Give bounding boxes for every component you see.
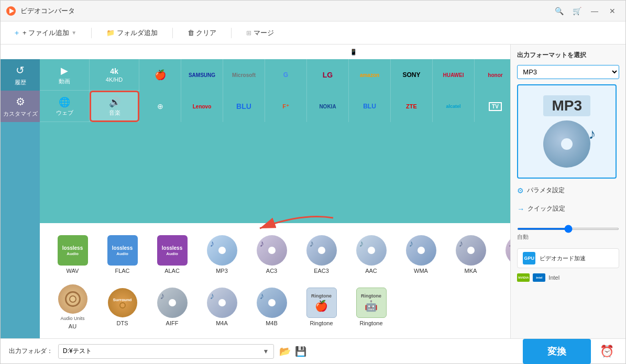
- brand-tv[interactable]: TV: [475, 91, 510, 122]
- google-logo: G: [283, 71, 288, 79]
- params-icon: ⚙: [517, 186, 524, 195]
- path-dropdown-arrow[interactable]: ▼: [263, 348, 269, 355]
- brand-blu[interactable]: BLU: [223, 91, 265, 122]
- brand-alcatel[interactable]: alcatel: [433, 91, 475, 122]
- brand-sony[interactable]: SONY: [391, 59, 433, 91]
- close-button[interactable]: ✕: [605, 5, 620, 17]
- cat-video[interactable]: ▶ 動画: [40, 59, 90, 91]
- divider-3: [231, 28, 232, 38]
- nav-customize[interactable]: ⚙ カスタマイズ: [1, 91, 40, 122]
- blu-logo: BLU: [236, 102, 251, 111]
- add-folder-button[interactable]: 📁 フォルダ追加: [102, 26, 162, 40]
- left-panel: ⊞ 形式を選択する 📱 デバイスを選択する ↺ 履歴 ⚙: [1, 45, 510, 338]
- brand-apple[interactable]: 🍎: [139, 59, 181, 91]
- brand-fplus[interactable]: F⁺: [265, 91, 307, 122]
- params-btn[interactable]: ⚙ パラメタ設定: [517, 184, 619, 197]
- folder-open-icon[interactable]: 📂: [279, 346, 291, 357]
- brand-huawei[interactable]: HUAWEI: [433, 59, 475, 91]
- add-file-label: + ファイル追加: [23, 28, 69, 38]
- moto-logo: ⊕: [157, 102, 163, 111]
- format-ogg[interactable]: ♪ OGG: [496, 228, 510, 281]
- format-dts[interactable]: Surround DTS: [97, 281, 147, 333]
- format-m4b[interactable]: ♪ M4B: [247, 281, 296, 333]
- brand-moto[interactable]: ⊕: [139, 91, 181, 122]
- mp3-label: MP3: [216, 268, 228, 274]
- merge-button[interactable]: ⊞ マージ: [242, 26, 278, 40]
- brand-row: 🍎 SAMSUNG Microsoft G LG amazon SONY HUA…: [139, 59, 510, 91]
- format-mka[interactable]: ♪ MKA: [446, 228, 496, 281]
- minimize-button[interactable]: —: [587, 5, 602, 17]
- brand-samsung[interactable]: SAMSUNG: [181, 59, 223, 91]
- cat-4k[interactable]: 4k 4K/HD: [90, 59, 139, 91]
- format-mp3[interactable]: ♪ MP3: [197, 228, 247, 281]
- brand-zte[interactable]: ZTE: [391, 91, 433, 122]
- gpu-acceleration-btn[interactable]: GPU ビデオカード加速: [517, 248, 619, 268]
- convert-button[interactable]: 変換: [523, 339, 591, 364]
- clear-button[interactable]: 🗑 クリア: [183, 26, 221, 40]
- brand-lenovo[interactable]: Lenovo: [181, 91, 223, 122]
- add-folder-label: 📁 フォルダ追加: [106, 28, 158, 38]
- format-au[interactable]: Audio Units AU: [48, 281, 97, 333]
- alarm-button[interactable]: ⏰: [596, 341, 617, 362]
- gpu-icon: GPU: [523, 252, 535, 264]
- nav-history[interactable]: ↺ 履歴: [1, 59, 40, 91]
- folder-save-icon[interactable]: 💾: [295, 346, 306, 357]
- format-tab-select[interactable]: ⊞ 形式を選択する: [1, 45, 256, 59]
- format-alac[interactable]: lossless Audio ALAC: [147, 228, 197, 281]
- quality-slider[interactable]: [517, 228, 619, 230]
- format-aiff[interactable]: ♪ AIFF: [147, 281, 197, 333]
- format-panel: ▶ 動画 4k 4K/HD 🍎 SAMSUNG Micr: [40, 59, 510, 338]
- brand-amazon[interactable]: amazon: [349, 59, 391, 91]
- bottom-bar: 出力フォルダ： ▼ 📂 💾 変換 ⏰: [1, 338, 625, 363]
- alcatel-logo: alcatel: [446, 104, 460, 109]
- dropdown-arrow[interactable]: ▼: [71, 30, 76, 36]
- intel-icon: intel: [533, 273, 545, 282]
- quick-btn[interactable]: → クイック設定: [517, 202, 619, 215]
- alac-label: ALAC: [164, 268, 180, 274]
- history-label: 履歴: [15, 79, 26, 86]
- mp3-badge: MP3: [543, 95, 590, 116]
- plus-icon: ＋: [13, 28, 20, 38]
- m4b-label: M4B: [266, 320, 278, 326]
- brand-honor[interactable]: honor: [475, 59, 510, 91]
- format-wav[interactable]: lossless Audio WAV: [48, 228, 97, 281]
- format-aac[interactable]: ♪ AAC: [346, 228, 396, 281]
- cat-web[interactable]: 🌐 ウェブ: [40, 91, 90, 122]
- brand-row-2: ⊕ Lenovo BLU F⁺ NOKIA BLU ZTE alcatel TV: [139, 91, 510, 122]
- wav-icon: lossless Audio: [58, 235, 88, 266]
- aiff-label: AIFF: [166, 320, 179, 326]
- format-ringtone-android[interactable]: Ringtone 🤖 Ringtone: [346, 281, 396, 333]
- nav-sidebar: ↺ 履歴 ⚙ カスタマイズ: [1, 59, 40, 338]
- video-icon: ▶: [61, 65, 68, 76]
- brand-blu2[interactable]: BLU: [349, 91, 391, 122]
- search-button[interactable]: 🔍: [551, 5, 567, 17]
- format-eac3[interactable]: ♪ EAC3: [296, 228, 346, 281]
- 4k-label: 4K/HD: [106, 76, 123, 83]
- ringtone-ios-label: Ringtone: [310, 320, 333, 326]
- aac-icon: ♪: [356, 235, 387, 266]
- brand-nokia[interactable]: NOKIA: [307, 91, 349, 122]
- format-flac[interactable]: lossless Audio FLAC: [97, 228, 147, 281]
- cat-music[interactable]: 🔊 音楽: [90, 91, 139, 122]
- output-path-input[interactable]: [63, 348, 263, 355]
- brand-lg[interactable]: LG: [307, 59, 349, 91]
- format-selector[interactable]: MP3 AAC FLAC WAV M4A: [517, 65, 619, 79]
- format-m4a[interactable]: ♪ M4A: [197, 281, 247, 333]
- app-icon: [6, 6, 16, 16]
- format-wma[interactable]: ♪ WMA: [396, 228, 446, 281]
- add-file-button[interactable]: ＋ + ファイル追加 ▼: [9, 26, 81, 40]
- right-panel-title: 出力フォーマットを選択: [517, 51, 619, 60]
- format-dropdown[interactable]: MP3 AAC FLAC WAV M4A: [518, 65, 619, 79]
- output-path-field[interactable]: ▼: [58, 344, 274, 359]
- brand-google[interactable]: G: [265, 59, 307, 91]
- quick-label: クイック設定: [528, 204, 565, 213]
- format-ringtone-ios[interactable]: Ringtone 🍎 Ringtone: [296, 281, 346, 333]
- device-tab-select[interactable]: 📱 デバイスを選択する: [256, 45, 510, 59]
- clear-label: 🗑 クリア: [188, 28, 217, 38]
- ac3-label: AC3: [266, 268, 277, 274]
- music-icon: 🔊: [109, 96, 120, 108]
- format-ac3[interactable]: ♪ AC3: [247, 228, 296, 281]
- brand-microsoft[interactable]: Microsoft: [223, 59, 265, 91]
- cart-button[interactable]: 🛒: [569, 5, 585, 17]
- music-label: 音楽: [109, 109, 120, 117]
